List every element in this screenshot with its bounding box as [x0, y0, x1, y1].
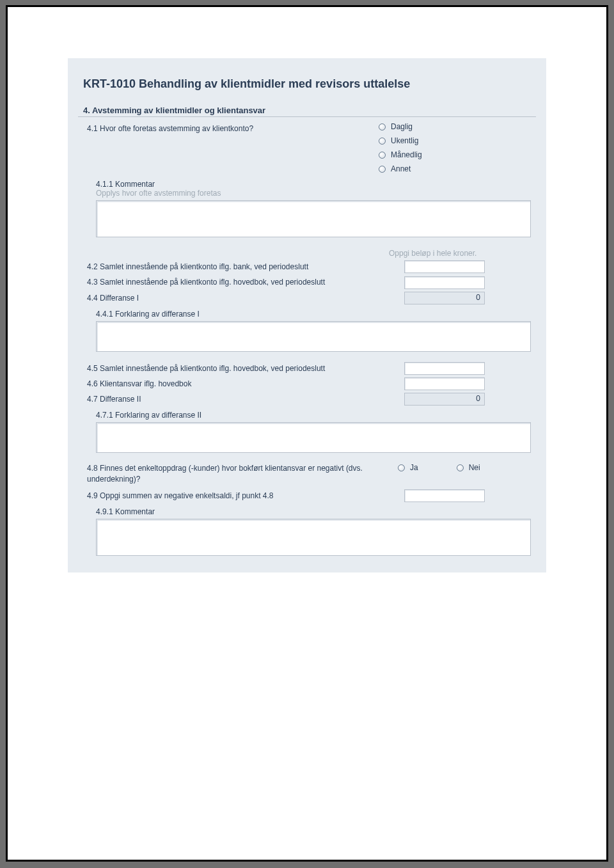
q471-label: 4.7.1 Forklaring av differanse II [78, 411, 536, 420]
q41-option-label: Ukentlig [391, 136, 418, 145]
q41-option-manedlig[interactable]: Månedlig [379, 150, 531, 159]
q48-option-label: Ja [410, 463, 418, 472]
q41-option-label: Annet [391, 164, 411, 173]
form-title: KRT-1010 Behandling av klientmidler med … [78, 76, 536, 91]
q43-label: 4.3 Samlet innestående på klientkonto if… [78, 276, 398, 288]
q48-option-label: Nei [469, 463, 480, 472]
q411-textarea[interactable] [96, 200, 531, 237]
question-4-1: 4.1 Hvor ofte foretas avstemming av klie… [78, 121, 536, 175]
question-4-2: 4.2 Samlet innestående på klientkonto if… [78, 260, 536, 273]
q49-label: 4.9 Oppgi summen av negative enkeltsaldi… [78, 489, 398, 502]
q41-option-annet[interactable]: Annet [379, 164, 531, 173]
q48-label: 4.8 Finnes det enkeltoppdrag (-kunder) h… [78, 462, 398, 485]
question-4-8: 4.8 Finnes det enkeltoppdrag (-kunder) h… [78, 461, 536, 486]
q48-option-nei[interactable]: Nei [457, 463, 480, 472]
form-panel: KRT-1010 Behandling av klientmidler med … [68, 58, 546, 572]
question-4-7: 4.7 Differanse II 0 [78, 393, 536, 406]
radio-icon [379, 123, 386, 130]
q471-textarea[interactable] [96, 422, 531, 453]
q41-option-ukentlig[interactable]: Ukentlig [379, 136, 531, 145]
q441-label: 4.4.1 Forklaring av differanse I [78, 310, 536, 319]
q42-label: 4.2 Samlet innestående på klientkonto if… [78, 260, 398, 273]
q46-input[interactable] [404, 377, 485, 390]
q45-label: 4.5 Samlet innestående på klientkonto if… [78, 362, 398, 375]
q411-label: 4.1.1 Kommentar [78, 180, 536, 189]
q47-label: 4.7 Differanse II [78, 393, 398, 406]
radio-icon [379, 152, 386, 159]
page: KRT-1010 Behandling av klientmidler med … [8, 7, 606, 860]
radio-icon [457, 464, 464, 471]
radio-icon [379, 166, 386, 173]
q41-option-daglig[interactable]: Daglig [379, 122, 531, 131]
question-4-4: 4.4 Differanse I 0 [78, 292, 536, 304]
q45-input[interactable] [404, 362, 485, 375]
q41-option-label: Daglig [391, 122, 413, 131]
q44-label: 4.4 Differanse I [78, 292, 398, 304]
section-4-body: 4.1 Hvor ofte foretas avstemming av klie… [78, 116, 536, 556]
question-4-5: 4.5 Samlet innestående på klientkonto if… [78, 362, 536, 375]
q49-input[interactable] [404, 489, 485, 502]
page-frame: KRT-1010 Behandling av klientmidler med … [6, 5, 608, 862]
q491-textarea[interactable] [96, 519, 531, 556]
radio-icon [398, 464, 405, 471]
question-4-3: 4.3 Samlet innestående på klientkonto if… [78, 276, 536, 288]
section-4-heading: 4. Avstemming av klientmidler og klienta… [78, 106, 536, 116]
q491-label: 4.9.1 Kommentar [78, 507, 536, 516]
q41-option-label: Månedlig [391, 150, 422, 159]
q41-options: Daglig Ukentlig Månedlig Annet [379, 122, 536, 173]
q41-label: 4.1 Hvor ofte foretas avstemming av klie… [78, 122, 379, 135]
q48-option-ja[interactable]: Ja [398, 463, 418, 472]
q441-textarea[interactable] [96, 321, 531, 352]
q48-options: Ja Nei [398, 462, 536, 472]
q43-input[interactable] [404, 276, 485, 289]
question-4-6: 4.6 Klientansvar iflg. hovedbok [78, 377, 536, 390]
q46-label: 4.6 Klientansvar iflg. hovedbok [78, 377, 398, 390]
q411-hint: Opplys hvor ofte avstemming foretas [78, 189, 536, 198]
question-4-9: 4.9 Oppgi summen av negative enkeltsaldi… [78, 489, 536, 502]
radio-icon [379, 138, 386, 145]
q42-input[interactable] [404, 260, 485, 273]
q47-value: 0 [404, 393, 485, 406]
amount-hint: Oppgi beløp i hele kroner. [389, 249, 531, 258]
q44-value: 0 [404, 292, 485, 304]
